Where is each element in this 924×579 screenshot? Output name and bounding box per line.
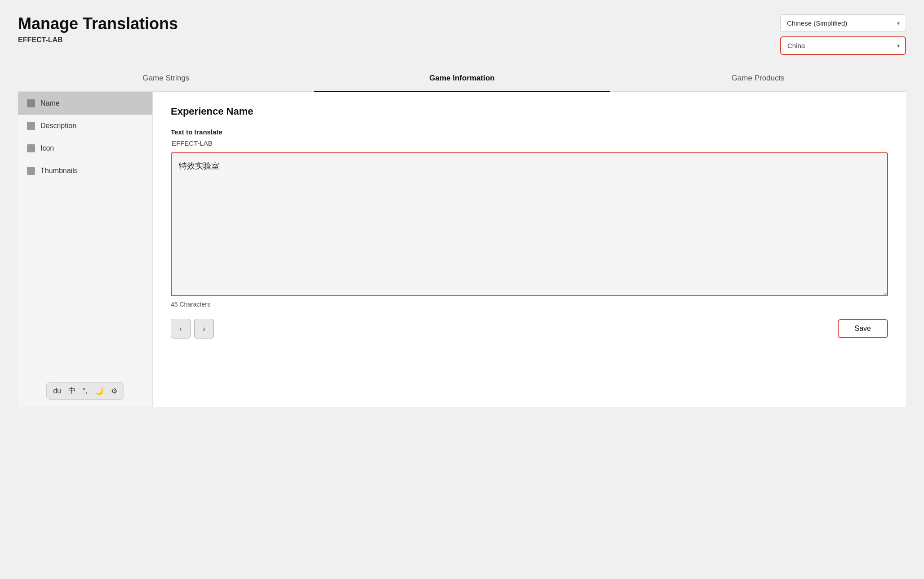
region-dropdown[interactable]: China Hong Kong Taiwan United States Jap… — [780, 36, 906, 55]
tab-game-products[interactable]: Game Products — [610, 66, 906, 92]
field-label: Text to translate — [171, 128, 888, 136]
name-icon — [27, 99, 35, 107]
language-dropdown-wrapper: Chinese (Simplified) English French Germ… — [780, 14, 906, 32]
region-dropdown-wrapper: China Hong Kong Taiwan United States Jap… — [780, 36, 906, 55]
sidebar-items: Name Description Icon Thumbnails — [18, 92, 152, 182]
translation-input-wrapper: 特效实验室 — [171, 152, 888, 296]
tab-bar: Game Strings Game Information Game Produ… — [18, 66, 906, 92]
moon-button[interactable]: 🌙 — [93, 386, 106, 396]
sidebar-item-name[interactable]: Name — [18, 92, 152, 115]
sidebar: Name Description Icon Thumbnails du 中 °,… — [18, 92, 153, 407]
char-count: 45 Characters — [171, 301, 888, 308]
description-icon — [27, 122, 35, 130]
language-dropdown[interactable]: Chinese (Simplified) English French Germ… — [780, 14, 906, 32]
toolbar-bar: du 中 °, 🌙 ⚙ — [46, 382, 124, 400]
thumbnails-icon — [27, 167, 35, 175]
page-title: Manage Translations — [18, 14, 178, 33]
main-content: Name Description Icon Thumbnails du 中 °,… — [18, 92, 906, 407]
sidebar-toolbar: du 中 °, 🌙 ⚙ — [18, 375, 152, 407]
sidebar-item-thumbnails-label: Thumbnails — [40, 167, 78, 175]
tab-game-strings[interactable]: Game Strings — [18, 66, 314, 92]
save-button[interactable]: Save — [838, 319, 888, 338]
page-header: Manage Translations EFFECT-LAB Chinese (… — [18, 14, 906, 55]
settings-button[interactable]: ⚙ — [109, 386, 119, 396]
icon-icon — [27, 144, 35, 152]
sidebar-item-icon[interactable]: Icon — [18, 137, 152, 160]
bottom-bar: ‹ › Save — [171, 319, 888, 338]
tab-game-information[interactable]: Game Information — [314, 66, 610, 92]
content-panel: Experience Name Text to translate EFFECT… — [153, 92, 906, 407]
sidebar-item-thumbnails[interactable]: Thumbnails — [18, 160, 152, 182]
next-button[interactable]: › — [194, 319, 214, 338]
punctuation-button[interactable]: °, — [81, 386, 89, 396]
du-button[interactable]: du — [51, 386, 63, 396]
section-title: Experience Name — [171, 106, 888, 117]
sidebar-item-description-label: Description — [40, 122, 76, 130]
chinese-button[interactable]: 中 — [67, 385, 77, 396]
header-right: Chinese (Simplified) English French Germ… — [780, 14, 906, 55]
translation-input[interactable]: 特效实验室 — [171, 152, 888, 296]
source-text: EFFECT-LAB — [171, 139, 888, 147]
header-left: Manage Translations EFFECT-LAB — [18, 14, 178, 44]
page-subtitle: EFFECT-LAB — [18, 36, 178, 44]
sidebar-item-name-label: Name — [40, 99, 60, 107]
sidebar-item-description[interactable]: Description — [18, 115, 152, 137]
sidebar-item-icon-label: Icon — [40, 144, 54, 152]
nav-buttons: ‹ › — [171, 319, 214, 338]
prev-button[interactable]: ‹ — [171, 319, 191, 338]
